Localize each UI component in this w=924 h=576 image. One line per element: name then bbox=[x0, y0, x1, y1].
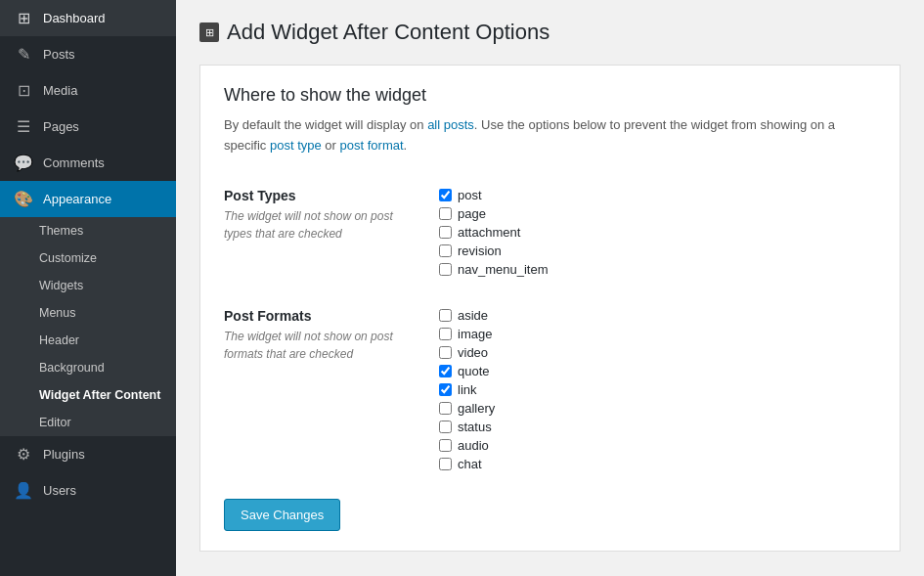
post-types-label: Post Types bbox=[224, 188, 419, 203]
options-table: Post Types The widget will not show on p… bbox=[224, 180, 876, 479]
sidebar-item-dashboard[interactable]: ⊞ Dashboard bbox=[0, 0, 176, 36]
checkbox-gallery: gallery bbox=[439, 401, 876, 416]
comments-icon: 💬 bbox=[14, 154, 33, 172]
post-formats-desc: The widget will not show on post formats… bbox=[224, 328, 419, 363]
checkbox-image-label[interactable]: image bbox=[458, 327, 492, 341]
checkbox-image: image bbox=[439, 327, 876, 341]
sidebar-item-label: Comments bbox=[43, 155, 105, 170]
post-types-desc: The widget will not show on post types t… bbox=[224, 207, 419, 243]
checkbox-link: link bbox=[439, 382, 876, 397]
post-types-label-cell: Post Types The widget will not show on p… bbox=[224, 180, 439, 285]
sidebar-item-editor[interactable]: Editor bbox=[0, 409, 176, 436]
checkbox-audio-input[interactable] bbox=[439, 439, 452, 452]
checkbox-aside: aside bbox=[439, 308, 876, 323]
sidebar-item-plugins[interactable]: ⚙ Plugins bbox=[0, 436, 176, 472]
sidebar-item-header[interactable]: Header bbox=[0, 327, 176, 354]
checkbox-page: page bbox=[439, 206, 876, 221]
checkbox-revision-label[interactable]: revision bbox=[458, 244, 502, 258]
checkbox-page-input[interactable] bbox=[439, 207, 452, 220]
checkbox-link-label[interactable]: link bbox=[458, 382, 477, 397]
media-icon: ⊡ bbox=[14, 81, 33, 100]
checkbox-page-label[interactable]: page bbox=[458, 206, 486, 221]
checkbox-revision-input[interactable] bbox=[439, 244, 452, 257]
content-box: Where to show the widget By default the … bbox=[199, 65, 901, 552]
sidebar-item-themes[interactable]: Themes bbox=[0, 217, 176, 244]
checkbox-audio: audio bbox=[439, 438, 876, 453]
highlight-post-format: post format bbox=[340, 138, 404, 153]
sidebar-item-widgets[interactable]: Widgets bbox=[0, 272, 176, 299]
page-title: Add Widget After Content Options bbox=[227, 20, 550, 45]
sidebar-item-pages[interactable]: ☰ Pages bbox=[0, 109, 176, 145]
checkbox-video: video bbox=[439, 345, 876, 360]
checkbox-attachment-input[interactable] bbox=[439, 226, 452, 239]
sidebar-item-label: Posts bbox=[43, 47, 75, 62]
page-title-icon: ⊞ bbox=[199, 22, 219, 42]
checkbox-status-label[interactable]: status bbox=[458, 420, 492, 434]
sidebar-item-appearance[interactable]: 🎨 Appearance bbox=[0, 181, 176, 217]
checkbox-nav-menu-item-input[interactable] bbox=[439, 263, 452, 276]
checkbox-attachment-label[interactable]: attachment bbox=[458, 225, 520, 240]
sidebar-item-label: Appearance bbox=[43, 192, 111, 206]
checkbox-post-input[interactable] bbox=[439, 189, 452, 201]
highlight-post-type: post type bbox=[270, 138, 322, 153]
checkbox-audio-label[interactable]: audio bbox=[458, 438, 489, 453]
checkbox-attachment: attachment bbox=[439, 225, 876, 240]
appearance-icon: 🎨 bbox=[14, 190, 33, 208]
sidebar-item-comments[interactable]: 💬 Comments bbox=[0, 145, 176, 181]
sidebar-item-posts[interactable]: ✎ Posts bbox=[0, 36, 176, 72]
post-types-checkbox-list: post page attachment revision bbox=[439, 188, 876, 277]
checkbox-quote-input[interactable] bbox=[439, 365, 452, 377]
sidebar-item-users[interactable]: 👤 Users bbox=[0, 472, 176, 509]
appearance-submenu: Themes Customize Widgets Menus Header Ba… bbox=[0, 217, 176, 436]
checkbox-image-input[interactable] bbox=[439, 328, 452, 340]
checkbox-video-label[interactable]: video bbox=[458, 345, 488, 360]
checkbox-gallery-label[interactable]: gallery bbox=[458, 401, 495, 416]
checkbox-quote: quote bbox=[439, 364, 876, 378]
sidebar-item-background[interactable]: Background bbox=[0, 354, 176, 381]
sidebar-item-widget-after-content[interactable]: Widget After Content bbox=[0, 381, 176, 409]
highlight-all-posts: all posts bbox=[427, 117, 474, 132]
page-title-row: ⊞ Add Widget After Content Options bbox=[199, 20, 901, 45]
checkbox-revision: revision bbox=[439, 244, 876, 258]
checkbox-chat-input[interactable] bbox=[439, 458, 452, 470]
checkbox-post: post bbox=[439, 188, 876, 202]
sidebar-item-label: Media bbox=[43, 83, 77, 98]
post-formats-row: Post Formats The widget will not show on… bbox=[224, 300, 876, 479]
spacer-row bbox=[224, 285, 876, 300]
users-icon: 👤 bbox=[14, 481, 33, 500]
plugins-icon: ⚙ bbox=[14, 445, 33, 464]
checkbox-aside-input[interactable] bbox=[439, 309, 452, 322]
checkbox-status: status bbox=[439, 420, 876, 434]
sidebar-item-label: Dashboard bbox=[43, 11, 106, 25]
pages-icon: ☰ bbox=[14, 117, 33, 136]
post-types-checkboxes-cell: post page attachment revision bbox=[439, 180, 876, 285]
checkbox-post-label[interactable]: post bbox=[458, 188, 482, 202]
sidebar-item-customize[interactable]: Customize bbox=[0, 244, 176, 272]
sidebar-item-media[interactable]: ⊡ Media bbox=[0, 72, 176, 109]
post-types-row: Post Types The widget will not show on p… bbox=[224, 180, 876, 285]
checkbox-chat-label[interactable]: chat bbox=[458, 457, 482, 471]
checkbox-video-input[interactable] bbox=[439, 346, 452, 359]
main-content: ⊞ Add Widget After Content Options Where… bbox=[176, 0, 924, 576]
post-formats-label: Post Formats bbox=[224, 308, 419, 324]
checkbox-aside-label[interactable]: aside bbox=[458, 308, 488, 323]
checkbox-nav-menu-item-label[interactable]: nav_menu_item bbox=[458, 262, 549, 277]
post-formats-checkboxes-cell: aside image video quote bbox=[439, 300, 876, 479]
checkbox-nav-menu-item: nav_menu_item bbox=[439, 262, 876, 277]
checkbox-gallery-input[interactable] bbox=[439, 402, 452, 415]
sidebar-item-label: Plugins bbox=[43, 447, 85, 462]
save-button[interactable]: Save Changes bbox=[224, 499, 340, 531]
dashboard-icon: ⊞ bbox=[14, 9, 33, 27]
sidebar-item-menus[interactable]: Menus bbox=[0, 299, 176, 327]
checkbox-quote-label[interactable]: quote bbox=[458, 364, 490, 378]
section-heading: Where to show the widget bbox=[224, 85, 876, 106]
sidebar-item-label: Pages bbox=[43, 119, 79, 134]
post-formats-checkbox-list: aside image video quote bbox=[439, 308, 876, 471]
post-formats-label-cell: Post Formats The widget will not show on… bbox=[224, 300, 439, 479]
posts-icon: ✎ bbox=[14, 45, 33, 64]
checkbox-status-input[interactable] bbox=[439, 421, 452, 433]
sidebar: ⊞ Dashboard ✎ Posts ⊡ Media ☰ Pages 💬 Co… bbox=[0, 0, 176, 576]
description-text: By default the widget will display on al… bbox=[224, 115, 876, 156]
checkbox-chat: chat bbox=[439, 457, 876, 471]
checkbox-link-input[interactable] bbox=[439, 383, 452, 396]
